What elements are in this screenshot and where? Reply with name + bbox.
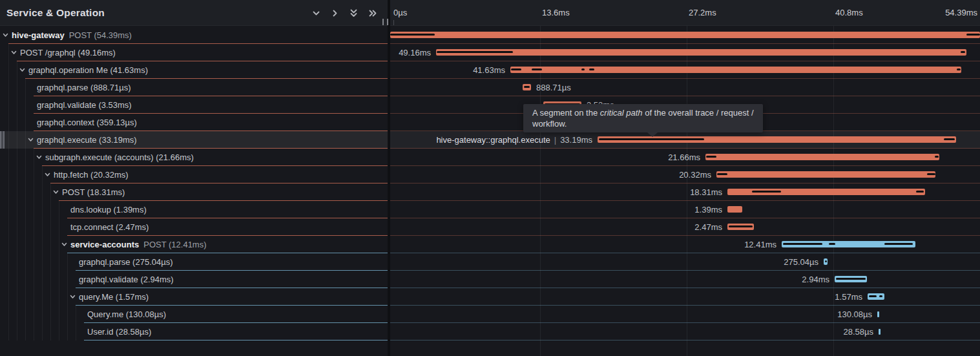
indent-guide bbox=[17, 306, 17, 323]
span-bar[interactable] bbox=[879, 329, 881, 335]
indent-guide bbox=[8, 61, 9, 79]
span-tree-row[interactable]: graphql.parse (888.71µs) bbox=[0, 79, 388, 96]
double-chevron-right-icon[interactable] bbox=[368, 8, 377, 18]
collapse-chevron-down-icon[interactable] bbox=[61, 241, 68, 248]
indent-guide bbox=[59, 201, 59, 218]
critical-path-stripe bbox=[916, 191, 924, 193]
span-tree-row[interactable]: subgraph.execute (accounts) (21.66ms) bbox=[0, 149, 388, 166]
indent-guide bbox=[42, 253, 43, 271]
tooltip-text: workflow. bbox=[532, 119, 567, 129]
chevron-down-icon[interactable] bbox=[311, 8, 321, 18]
span-label: POST (18.31ms) bbox=[62, 183, 125, 201]
span-tree-row[interactable]: POST /graphql (49.16ms) bbox=[0, 44, 388, 61]
indent-guide bbox=[25, 288, 26, 306]
span-bar[interactable] bbox=[868, 293, 884, 300]
span-tree-panel: Service & Operation hive-gatewayPOST (54… bbox=[0, 0, 388, 356]
span-tree-row[interactable]: graphql.execute (33.19ms) bbox=[0, 131, 388, 149]
timeline-row: 1.39ms bbox=[390, 201, 980, 218]
span-label: graphql.parse (275.04µs) bbox=[79, 253, 173, 271]
indent-guide bbox=[59, 288, 59, 306]
indent-guide bbox=[17, 166, 17, 183]
panel-resize-grip[interactable] bbox=[382, 19, 388, 25]
collapse-chevron-down-icon[interactable] bbox=[52, 189, 59, 196]
span-tree-row[interactable]: graphql.parse (275.04µs) bbox=[0, 253, 388, 271]
span-bar[interactable] bbox=[877, 311, 879, 317]
indent-guide bbox=[8, 149, 9, 166]
span-tree-row[interactable]: dns.lookup (1.39ms) bbox=[0, 201, 388, 218]
collapse-chevron-down-icon[interactable] bbox=[10, 49, 17, 56]
collapse-chevron-down-icon[interactable] bbox=[2, 32, 9, 39]
indent-guide bbox=[42, 306, 43, 323]
chevron-right-icon[interactable] bbox=[330, 8, 340, 18]
timeline-row: 41.63ms bbox=[390, 61, 980, 79]
double-chevron-down-icon[interactable] bbox=[349, 8, 359, 18]
indent-guide bbox=[17, 201, 17, 218]
indent-guide bbox=[25, 306, 26, 323]
tree-controls bbox=[311, 0, 377, 26]
axis-tick-label: 40.8ms bbox=[835, 0, 863, 26]
span-bar[interactable] bbox=[390, 32, 980, 38]
span-bar[interactable] bbox=[598, 136, 956, 143]
collapse-chevron-down-icon[interactable] bbox=[36, 154, 43, 161]
axis-tick-label: 13.6ms bbox=[542, 0, 570, 26]
span-tree-row[interactable]: tcp.connect (2.47ms) bbox=[0, 218, 388, 236]
span-bar[interactable] bbox=[705, 154, 939, 160]
indent-guide bbox=[76, 323, 76, 340]
span-duration-label: 2.94ms bbox=[802, 271, 829, 288]
critical-path-stripe bbox=[437, 51, 513, 53]
indent-guide bbox=[59, 271, 59, 288]
indent-guide bbox=[50, 288, 51, 306]
indent-guide bbox=[42, 236, 43, 253]
span-bar[interactable] bbox=[835, 276, 867, 282]
span-tree-row[interactable]: graphql.validate (2.94ms) bbox=[0, 271, 388, 288]
span-tree-row[interactable]: query.Me (1.57ms) bbox=[0, 288, 388, 306]
axis-zero-tick bbox=[393, 20, 394, 25]
span-bar[interactable] bbox=[436, 49, 966, 56]
span-tree-row[interactable]: POST (18.31ms) bbox=[0, 183, 388, 201]
span-tree-header: Service & Operation bbox=[0, 0, 388, 26]
span-duration: 33.19ms bbox=[560, 135, 592, 145]
timeline-panel: 0µs13.6ms27.2ms40.8ms54.39ms 49.16ms41.6… bbox=[390, 0, 980, 356]
indent-guide bbox=[17, 183, 17, 201]
span-duration-label: 888.71µs bbox=[536, 79, 571, 96]
indent-guide bbox=[34, 323, 34, 340]
span-bar[interactable] bbox=[782, 241, 915, 247]
span-tree-row[interactable]: Query.me (130.08µs) bbox=[0, 306, 388, 323]
indent-guide bbox=[42, 271, 43, 288]
row-hover-grip[interactable] bbox=[0, 131, 5, 149]
collapse-chevron-down-icon[interactable] bbox=[69, 293, 76, 300]
collapse-chevron-down-icon[interactable] bbox=[44, 171, 51, 178]
span-tree-row[interactable]: graphql.context (359.13µs) bbox=[0, 114, 388, 131]
span-tree-row[interactable]: User.id (28.58µs) bbox=[0, 323, 388, 340]
span-bar[interactable] bbox=[716, 171, 935, 178]
indent-guide bbox=[8, 131, 9, 149]
indent-guide bbox=[34, 183, 34, 201]
indent-guide bbox=[34, 201, 34, 218]
span-label: graphql.validate (2.94ms) bbox=[79, 271, 174, 288]
span-tree-row[interactable]: service-accountsPOST (12.41ms) bbox=[0, 236, 388, 253]
span-bar[interactable] bbox=[510, 67, 961, 73]
span-tree-row[interactable]: hive-gatewayPOST (54.39ms) bbox=[0, 26, 388, 44]
indent-guide bbox=[17, 236, 17, 253]
span-bar[interactable] bbox=[523, 84, 531, 90]
service-operation-title: Service & Operation bbox=[6, 0, 105, 26]
indent-guide bbox=[50, 271, 51, 288]
span-tree-row[interactable]: graphql.operation Me (41.63ms) bbox=[0, 61, 388, 79]
indent-guide bbox=[34, 271, 34, 288]
indent-guide bbox=[67, 271, 68, 288]
critical-path-stripe bbox=[599, 138, 704, 140]
span-bar[interactable] bbox=[727, 189, 925, 195]
span-label: graphql.validate (3.53ms) bbox=[37, 96, 132, 114]
span-bar[interactable] bbox=[727, 224, 754, 230]
critical-path-stripe bbox=[532, 68, 542, 70]
span-tree-row[interactable]: http.fetch (20.32ms) bbox=[0, 166, 388, 183]
span-bar[interactable] bbox=[727, 206, 742, 213]
span-bar[interactable] bbox=[824, 258, 828, 265]
collapse-chevron-down-icon[interactable] bbox=[19, 67, 26, 74]
collapse-chevron-down-icon[interactable] bbox=[27, 136, 34, 143]
span-tree-row[interactable]: graphql.validate (3.53ms) bbox=[0, 96, 388, 114]
indent-guide bbox=[8, 218, 9, 236]
indent-guide bbox=[8, 114, 9, 131]
timeline-row: 18.31ms bbox=[390, 183, 980, 201]
indent-guide bbox=[25, 218, 26, 236]
